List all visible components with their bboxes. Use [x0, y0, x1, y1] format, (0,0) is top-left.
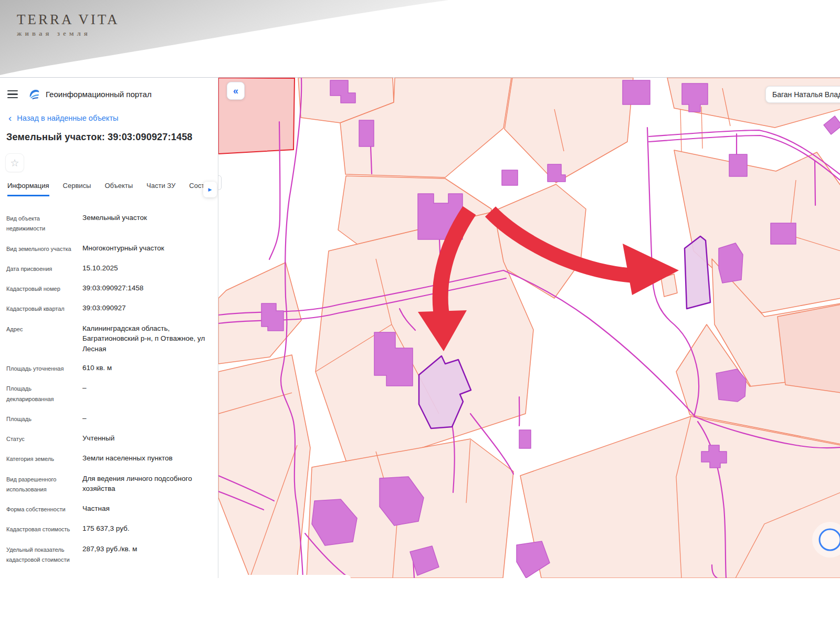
app-frame: Геоинформационный портал ‹ Назад в найде… [0, 77, 840, 630]
field-row: Категория земельЗемли населенных пунктов [6, 453, 209, 464]
brand-name: TERRA VITA [17, 12, 120, 28]
field-value: – [82, 413, 87, 424]
tab-bar: Информация Сервисы Объекты Части ЗУ Сост… [0, 182, 218, 199]
sidebar-header: Геоинформационный портал [0, 78, 218, 100]
field-row: Форма собственностиЧастная [6, 503, 209, 514]
map-attribution-bar [225, 575, 351, 578]
field-label: Вид разрешенного использования [6, 474, 74, 495]
field-label: Удельный показатель кадастровой стоимост… [6, 544, 74, 565]
cadastral-map [218, 78, 840, 578]
field-value: 39:03:090927:1458 [82, 283, 143, 294]
map-canvas[interactable]: « Баган Наталья Влад [218, 78, 840, 578]
collapse-panel-button[interactable]: « [227, 82, 245, 100]
field-value: 175 637,3 руб. [82, 523, 130, 534]
field-label: Статус [6, 433, 74, 444]
star-icon: ☆ [10, 157, 19, 169]
field-label: Площадь уточненная [6, 363, 74, 374]
field-value: Земли населенных пунктов [82, 453, 173, 464]
location-circle-icon [820, 529, 840, 550]
field-label: Категория земель [6, 453, 74, 464]
chevron-right-icon: ▶ [208, 187, 212, 192]
owner-label: Баган Наталья Влад [765, 86, 840, 103]
menu-icon[interactable] [7, 90, 18, 99]
double-chevron-left-icon: « [233, 86, 238, 97]
back-chevron-icon: ‹ [8, 114, 12, 122]
brand-tagline: живая земля [17, 29, 120, 38]
field-value: 39:03:090927 [82, 303, 126, 314]
field-row: Дата присвоения15.10.2025 [6, 263, 209, 274]
portal-logo-icon [28, 88, 40, 100]
field-label: Форма собственности [6, 503, 74, 514]
field-row: Удельный показатель кадастровой стоимост… [6, 544, 209, 565]
field-row: Кадастровая стоимость175 637,3 руб. [6, 523, 209, 534]
field-label: Адрес [6, 323, 74, 354]
field-label: Кадастровый номер [6, 283, 74, 294]
brand-logo: TERRA VITA живая земля [17, 12, 120, 38]
field-row: Кадастровый квартал39:03:090927 [6, 303, 209, 314]
field-row: Кадастровый номер39:03:090927:1458 [6, 283, 209, 294]
favorite-button[interactable]: ☆ [5, 153, 24, 172]
panel-resize-handle[interactable] [218, 175, 222, 190]
field-row: Вид разрешенного использованияДля ведени… [6, 474, 209, 495]
info-fields: Вид объекта недвижимостиЗемельный участо… [0, 199, 218, 565]
field-row: Вид объекта недвижимостиЗемельный участо… [6, 213, 209, 234]
field-value: Земельный участок [82, 213, 147, 234]
field-value: 15.10.2025 [82, 263, 118, 274]
tab-obekty[interactable]: Объекты [104, 182, 133, 195]
field-row: Площадь декларированная– [6, 383, 209, 404]
field-value: Частная [82, 503, 110, 514]
field-value: 287,93 руб./кв. м [82, 544, 137, 565]
selected-parcel-2 [685, 236, 710, 309]
field-value: Для ведения личного подсобного хозяйства [82, 474, 209, 495]
field-label: Площадь [6, 413, 74, 424]
field-value: – [82, 383, 87, 404]
back-link-label: Назад в найденные объекты [17, 114, 118, 122]
field-label: Кадастровый квартал [6, 303, 74, 314]
tab-chasti-zu[interactable]: Части ЗУ [146, 182, 175, 195]
back-link[interactable]: ‹ Назад в найденные объекты [8, 114, 211, 122]
page: TERRA VITA живая земля Геоинформационный… [0, 0, 840, 630]
field-row: Вид земельного участкаМногоконтурный уча… [6, 243, 209, 254]
field-label: Кадастровая стоимость [6, 523, 74, 534]
tab-informatsiya[interactable]: Информация [7, 182, 49, 196]
sidebar: Геоинформационный портал ‹ Назад в найде… [0, 78, 218, 630]
field-row: Площадь уточненная610 кв. м [6, 363, 209, 374]
field-row: СтатусУчтенный [6, 433, 209, 444]
field-label: Дата присвоения [6, 263, 74, 274]
field-label: Вид объекта недвижимости [6, 213, 74, 234]
field-value: Многоконтурный участок [82, 243, 164, 254]
field-label: Площадь декларированная [6, 383, 74, 404]
field-value: 610 кв. м [82, 363, 112, 374]
field-label: Вид земельного участка [6, 243, 74, 254]
page-title: Земельный участок: 39:03:090927:1458 [6, 132, 209, 143]
field-value: Калининградская область, Багратионовский… [82, 323, 209, 354]
tab-overflow-button[interactable]: ▶ [203, 182, 217, 197]
portal-title: Геоинформационный портал [46, 90, 152, 99]
field-row: АдресКалининградская область, Багратионо… [6, 323, 209, 354]
owner-label-text: Баган Наталья Влад [772, 90, 840, 99]
tab-servisy[interactable]: Сервисы [63, 182, 91, 195]
field-value: Учтенный [82, 433, 114, 444]
field-row: Площадь– [6, 413, 209, 424]
